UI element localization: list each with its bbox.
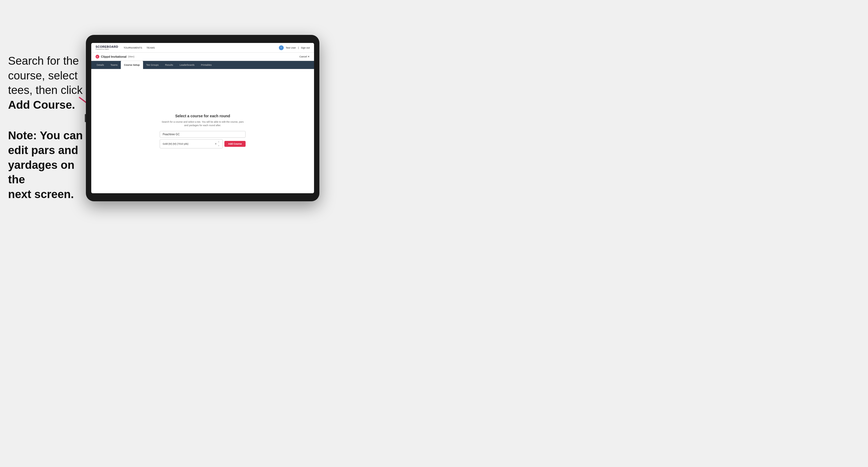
annotation-line1: Search for the course, select tees, then… [8,54,86,112]
tab-printables[interactable]: Printables [198,61,215,69]
user-name: Test User [286,46,296,49]
user-separator: | [298,46,299,49]
add-course-button[interactable]: Add Course [224,141,246,147]
tee-select-dropdown[interactable]: Gold (M) (M) (7010 yds) ✕ ⌃⌄ [160,139,223,148]
clippd-icon: C [96,55,99,59]
cancel-button[interactable]: Cancel ✕ [299,55,310,58]
user-area: T Test User | Sign out [279,45,310,50]
tablet-side-button [85,114,86,122]
tab-teams[interactable]: Teams [107,61,121,69]
tab-bar: Details Teams Course Setup Tee Groups Re… [91,61,314,69]
tab-course-setup[interactable]: Course Setup [121,61,143,69]
card-description: Search for a course and select a tee. Yo… [160,120,246,127]
tab-leaderboards[interactable]: Leaderboards [176,61,198,69]
signout-link[interactable]: Sign out [301,46,310,49]
tab-tee-groups[interactable]: Tee Groups [143,61,162,69]
annotation-area: Search for the course, select tees, then… [8,54,86,201]
logo-area: SCOREBOARD Powered by clippd TOURNAMENTS… [96,45,155,50]
nav-teams[interactable]: TEAMS [147,46,155,49]
chevron-icon: ⌃⌄ [218,141,220,147]
user-avatar: T [279,45,284,50]
clear-icon[interactable]: ✕ [215,143,217,145]
tournament-gender: (Men) [128,55,134,58]
tablet-device: SCOREBOARD Powered by clippd TOURNAMENTS… [86,35,319,201]
card-title: Select a course for each round [160,114,246,118]
tablet-screen: SCOREBOARD Powered by clippd TOURNAMENTS… [91,43,314,193]
course-search-input[interactable] [160,131,246,138]
top-navbar: SCOREBOARD Powered by clippd TOURNAMENTS… [91,43,314,53]
tournament-header: C Clippd Invitational (Men) Cancel ✕ [91,53,314,61]
annotation-note: Note: You can edit pars and yardages on … [8,128,86,201]
tee-select-icons: ✕ ⌃⌄ [215,141,220,147]
nav-links: TOURNAMENTS TEAMS [123,46,155,49]
tee-select-row: Gold (M) (M) (7010 yds) ✕ ⌃⌄ Add Course [160,139,246,148]
tournament-title-area: C Clippd Invitational (Men) [96,55,134,59]
tab-details[interactable]: Details [93,61,107,69]
tab-results[interactable]: Results [162,61,176,69]
logo-sub: Powered by clippd [96,48,118,50]
course-select-card: Select a course for each round Search fo… [160,114,246,148]
tee-select-value: Gold (M) (M) (7010 yds) [163,143,188,145]
main-content: Select a course for each round Search fo… [91,69,314,193]
logo-text: SCOREBOARD [96,45,118,48]
tournament-name: Clippd Invitational [101,55,126,58]
nav-tournaments[interactable]: TOURNAMENTS [123,46,142,49]
